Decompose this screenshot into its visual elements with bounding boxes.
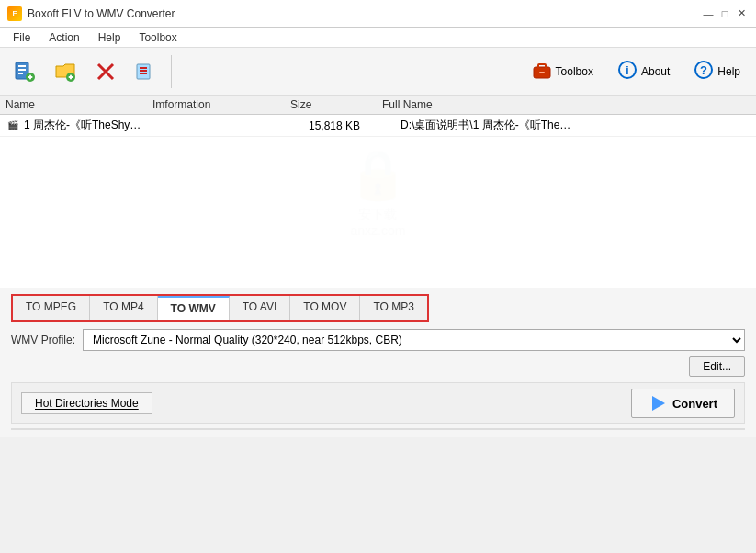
file-icon: 🎬 <box>6 118 20 133</box>
file-list-body[interactable]: 🎬 1 周杰伦-《听TheShy… 15,818 KB D:\桌面说明书\1 周… <box>0 115 756 285</box>
col-header-fullname: Full Name <box>382 98 750 111</box>
convert-row: Hot Directories Mode Convert <box>11 382 745 424</box>
title-bar-left: F Boxoft FLV to WMV Converter <box>7 6 175 21</box>
profile-select[interactable]: Microsoft Zune - Normal Quality (320*240… <box>83 329 745 351</box>
file-list-header: Name Imformation Size Full Name <box>0 96 756 115</box>
svg-text:?: ? <box>700 63 707 77</box>
menu-toolbox[interactable]: Toolbox <box>131 29 184 46</box>
toolbar: Toolbox i About ? Help <box>0 48 756 96</box>
clear-icon <box>135 61 157 83</box>
edit-button[interactable]: Edit... <box>689 356 745 377</box>
svg-rect-6 <box>29 74 31 79</box>
svg-text:i: i <box>626 64 628 77</box>
tab-to-mpeg[interactable]: TO MPEG <box>13 296 90 320</box>
table-row[interactable]: 🎬 1 周杰伦-《听TheShy… 15,818 KB D:\桌面说明书\1 周… <box>0 115 756 137</box>
scroll-up[interactable]: ▲ <box>732 429 745 430</box>
svg-marker-23 <box>652 396 665 411</box>
col-header-info: Imformation <box>152 98 290 111</box>
convert-button[interactable]: Convert <box>631 389 735 418</box>
svg-rect-3 <box>18 73 23 74</box>
file-list-area: Name Imformation Size Full Name 🎬 1 周杰伦-… <box>0 96 756 288</box>
bottom-panel: TO MPEG TO MP4 TO WMV TO AVI TO MOV TO M… <box>0 288 756 437</box>
menu-file[interactable]: File <box>6 29 38 46</box>
toolbox-icon <box>532 60 552 83</box>
hot-directories-button[interactable]: Hot Directories Mode <box>21 392 152 414</box>
col-header-size: Size <box>290 98 382 111</box>
output-area: ▲ ▼ <box>11 428 745 430</box>
about-button[interactable]: i About <box>607 55 680 87</box>
toolbox-button[interactable]: Toolbox <box>522 55 604 87</box>
svg-rect-18 <box>539 72 545 73</box>
help-button[interactable]: ? Help <box>683 55 750 87</box>
remove-icon <box>95 61 117 83</box>
add-file-button[interactable] <box>6 52 44 91</box>
window-title: Boxoft FLV to WMV Converter <box>28 7 175 20</box>
convert-label: Convert <box>672 397 717 411</box>
profile-row: WMV Profile: Microsoft Zune - Normal Qua… <box>0 325 756 355</box>
svg-rect-2 <box>18 69 26 71</box>
svg-rect-9 <box>70 74 72 79</box>
svg-rect-1 <box>18 65 26 67</box>
toolbar-separator <box>171 55 172 88</box>
tab-to-mp3[interactable]: TO MP3 <box>360 296 426 320</box>
profile-select-wrapper[interactable]: Microsoft Zune - Normal Quality (320*240… <box>83 329 745 351</box>
clear-button[interactable] <box>127 52 165 91</box>
add-folder-icon <box>54 61 76 83</box>
profile-label: WMV Profile: <box>11 333 75 346</box>
tab-to-mov[interactable]: TO MOV <box>290 296 360 320</box>
convert-play-icon <box>649 394 667 412</box>
toolbox-label: Toolbox <box>556 65 593 78</box>
app-icon: F <box>7 6 22 21</box>
file-fullname: D:\桌面说明书\1 周杰伦-《听The… <box>401 118 750 133</box>
help-icon: ? <box>694 60 714 83</box>
edit-btn-row: Edit... <box>0 355 756 378</box>
tab-to-mp4[interactable]: TO MP4 <box>90 296 157 320</box>
maximize-button[interactable]: □ <box>717 6 732 21</box>
help-label: Help <box>717 65 740 78</box>
title-bar: F Boxoft FLV to WMV Converter — □ ✕ <box>0 0 756 28</box>
toolbar-right: Toolbox i About ? Help <box>522 55 750 87</box>
add-folder-button[interactable] <box>46 52 85 91</box>
format-tabs-container: TO MPEG TO MP4 TO WMV TO AVI TO MOV TO M… <box>0 288 756 325</box>
close-button[interactable]: ✕ <box>734 6 749 21</box>
menu-action[interactable]: Action <box>41 29 86 46</box>
menu-help[interactable]: Help <box>91 29 129 46</box>
window-controls[interactable]: — □ ✕ <box>701 6 749 21</box>
add-file-icon <box>14 61 36 83</box>
menu-bar: File Action Help Toolbox <box>0 28 756 48</box>
file-size: 15,818 KB <box>309 119 401 132</box>
file-name: 1 周杰伦-《听TheShy… <box>24 118 171 133</box>
about-icon: i <box>617 60 638 83</box>
remove-button[interactable] <box>86 52 125 91</box>
about-label: About <box>641 65 670 78</box>
tab-to-wmv[interactable]: TO WMV <box>158 296 230 320</box>
tab-to-avi[interactable]: TO AVI <box>230 296 291 320</box>
format-tabs: TO MPEG TO MP4 TO WMV TO AVI TO MOV TO M… <box>11 294 429 322</box>
col-header-name: Name <box>6 98 152 111</box>
minimize-button[interactable]: — <box>701 6 716 21</box>
